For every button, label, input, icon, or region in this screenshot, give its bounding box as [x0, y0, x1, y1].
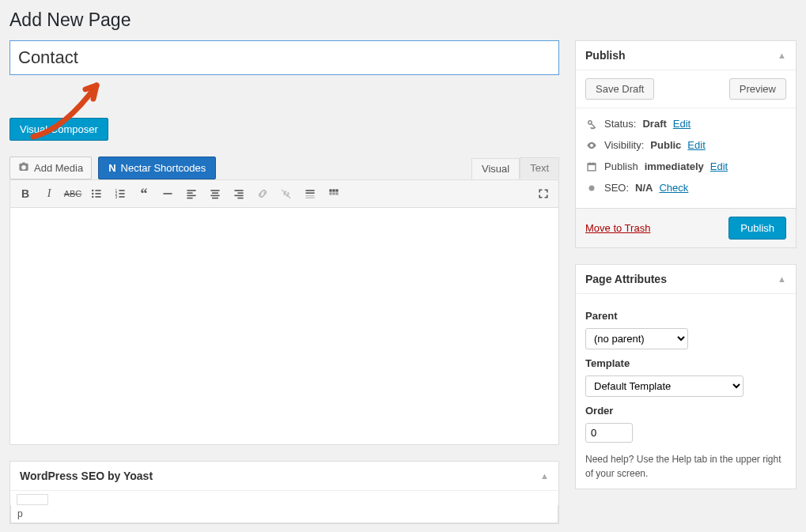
svg-rect-3 — [95, 193, 100, 194]
svg-rect-30 — [332, 189, 335, 191]
svg-rect-26 — [305, 192, 314, 194]
help-text: Need help? Use the Help tab in the upper… — [585, 452, 786, 481]
svg-rect-27 — [305, 195, 314, 196]
status-label: Status: — [604, 118, 636, 130]
svg-rect-37 — [588, 163, 596, 164]
edit-status-link[interactable]: Edit — [673, 118, 691, 130]
svg-rect-24 — [237, 198, 243, 199]
circle-icon — [585, 183, 598, 194]
svg-rect-21 — [234, 190, 243, 191]
edit-visibility-link[interactable]: Edit — [687, 139, 705, 151]
parent-label: Parent — [585, 310, 786, 322]
unlink-icon[interactable] — [276, 183, 297, 204]
page-attributes-box: Page Attributes ▲ Parent (no parent) Tem… — [575, 264, 797, 489]
svg-rect-9 — [119, 193, 124, 194]
svg-rect-34 — [335, 192, 338, 194]
add-media-label: Add Media — [34, 162, 83, 174]
svg-rect-38 — [589, 162, 590, 164]
edit-date-link[interactable]: Edit — [710, 160, 728, 172]
toolbar-toggle-icon[interactable] — [324, 183, 344, 204]
collapse-icon[interactable]: ▲ — [778, 51, 786, 60]
svg-rect-1 — [95, 190, 100, 191]
blockquote-icon[interactable]: “ — [134, 183, 154, 204]
svg-rect-22 — [237, 192, 243, 194]
link-icon[interactable] — [252, 183, 273, 204]
key-icon — [585, 119, 598, 130]
move-to-trash-link[interactable]: Move to Trash — [585, 222, 650, 234]
align-left-icon[interactable] — [181, 183, 202, 204]
seo-tab-stub — [17, 494, 48, 505]
eye-icon — [585, 140, 598, 151]
align-right-icon[interactable] — [229, 183, 249, 204]
svg-rect-13 — [187, 190, 195, 191]
svg-rect-33 — [332, 192, 335, 194]
svg-rect-23 — [234, 195, 243, 197]
svg-point-2 — [92, 193, 93, 194]
publish-button[interactable]: Publish — [728, 217, 786, 240]
svg-rect-16 — [187, 198, 192, 199]
svg-rect-31 — [335, 189, 338, 191]
svg-rect-39 — [592, 162, 593, 164]
svg-rect-32 — [329, 192, 331, 194]
page-title-input[interactable] — [9, 40, 559, 75]
svg-rect-11 — [119, 196, 124, 198]
publish-date-label: Publish — [604, 160, 638, 172]
publish-box: Publish ▲ Save Draft Preview Status: Dra… — [575, 40, 797, 248]
editor-toolbar: B I ABC 123 “ — [9, 179, 559, 208]
align-center-icon[interactable] — [205, 183, 225, 204]
seo-heading: WordPress SEO by Yoast — [20, 470, 153, 482]
svg-point-4 — [92, 196, 93, 198]
svg-rect-29 — [329, 189, 331, 191]
parent-select[interactable]: (no parent) — [585, 328, 688, 349]
seo-metabox: WordPress SEO by Yoast ▲ p — [9, 461, 559, 524]
camera-icon — [18, 161, 29, 175]
strikethrough-icon[interactable]: ABC — [62, 183, 83, 204]
bullet-list-icon[interactable] — [86, 183, 107, 204]
svg-rect-18 — [212, 192, 218, 194]
svg-point-0 — [92, 190, 93, 191]
nectar-label: Nectar Shortcodes — [121, 162, 206, 174]
numbered-list-icon[interactable]: 123 — [110, 183, 131, 204]
seo-label: SEO: — [604, 182, 629, 194]
element-path: p — [10, 505, 558, 523]
svg-rect-14 — [187, 192, 192, 194]
preview-button[interactable]: Preview — [729, 78, 786, 100]
page-title: Add New Page — [9, 9, 797, 31]
publish-date-value: immediately — [645, 160, 704, 172]
svg-rect-17 — [210, 190, 219, 191]
status-value: Draft — [642, 118, 666, 130]
hr-icon[interactable] — [157, 183, 178, 204]
tab-visual[interactable]: Visual — [471, 158, 520, 179]
svg-rect-25 — [305, 190, 314, 191]
collapse-icon[interactable]: ▲ — [540, 471, 549, 481]
seo-value: N/A — [635, 182, 653, 194]
template-label: Template — [585, 357, 786, 369]
nectar-icon: N — [108, 162, 115, 174]
attributes-heading: Page Attributes — [585, 273, 667, 285]
add-media-button[interactable]: Add Media — [9, 157, 92, 179]
content-editor[interactable] — [9, 208, 559, 445]
template-select[interactable]: Default Template — [585, 375, 744, 397]
collapse-icon[interactable]: ▲ — [778, 274, 786, 284]
annotation-arrow — [9, 78, 559, 118]
fullscreen-icon[interactable] — [533, 183, 554, 204]
seo-check-link[interactable]: Check — [659, 182, 688, 194]
svg-rect-12 — [163, 193, 172, 194]
calendar-icon — [585, 161, 598, 172]
nectar-shortcodes-button[interactable]: N Nectar Shortcodes — [98, 157, 216, 179]
save-draft-button[interactable]: Save Draft — [585, 78, 654, 100]
order-input[interactable] — [585, 423, 633, 443]
svg-rect-20 — [212, 198, 218, 199]
tab-text[interactable]: Text — [520, 157, 559, 179]
svg-point-40 — [589, 185, 595, 191]
more-icon[interactable] — [300, 183, 320, 204]
svg-rect-15 — [187, 195, 195, 197]
svg-rect-19 — [210, 195, 219, 197]
visibility-value: Public — [650, 139, 681, 151]
svg-rect-5 — [95, 196, 100, 198]
bold-icon[interactable]: B — [15, 183, 36, 204]
svg-rect-7 — [119, 190, 124, 191]
order-label: Order — [585, 405, 786, 417]
italic-icon[interactable]: I — [39, 183, 59, 204]
svg-text:3: 3 — [115, 195, 118, 199]
